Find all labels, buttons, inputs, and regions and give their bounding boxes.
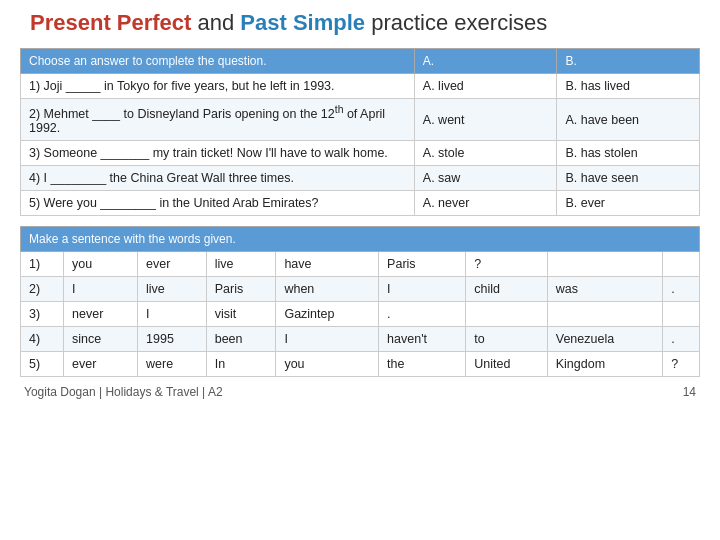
cell-w3: Paris — [206, 277, 276, 302]
cell-w5: haven't — [379, 327, 466, 352]
table-row: 5)everwereInyoutheUnitedKingdom? — [21, 352, 700, 377]
answer-a-cell: A. saw — [414, 166, 557, 191]
exercise-table-2: Make a sentence with the words given. 1)… — [20, 226, 700, 377]
answer-b-cell: B. has lived — [557, 74, 700, 99]
table2-header: Make a sentence with the words given. — [21, 227, 700, 252]
table1-header-b: B. — [557, 49, 700, 74]
page-footer: Yogita Dogan | Holidays & Travel | A2 14 — [20, 385, 700, 399]
table-row: 4)since1995beenIhaven'ttoVenezuela. — [21, 327, 700, 352]
cell-w8 — [663, 252, 700, 277]
cell-num: 1) — [21, 252, 64, 277]
cell-w7 — [547, 252, 663, 277]
answer-b-cell: B. has stolen — [557, 141, 700, 166]
answer-a-cell: A. never — [414, 191, 557, 216]
table-row: 1) Joji _____ in Tokyo for five years, b… — [21, 74, 700, 99]
cell-w4: have — [276, 252, 379, 277]
answer-a-cell: A. stole — [414, 141, 557, 166]
cell-w1: you — [64, 252, 138, 277]
question-cell: 2) Mehmet ____ to Disneyland Paris openi… — [21, 99, 415, 141]
title-connector: and — [191, 10, 240, 35]
title-past-simple: Past Simple — [240, 10, 365, 35]
cell-w5: I — [379, 277, 466, 302]
cell-w8 — [663, 302, 700, 327]
cell-w2: were — [138, 352, 207, 377]
cell-w7: Venezuela — [547, 327, 663, 352]
cell-w6: child — [466, 277, 547, 302]
footer-page: 14 — [683, 385, 696, 399]
table-row: 4) I ________ the China Great Wall three… — [21, 166, 700, 191]
table-row: 1)youeverlivehaveParis? — [21, 252, 700, 277]
cell-w4: Gazintep — [276, 302, 379, 327]
answer-b-cell: B. have seen — [557, 166, 700, 191]
cell-w3: visit — [206, 302, 276, 327]
question-cell: 4) I ________ the China Great Wall three… — [21, 166, 415, 191]
cell-w1: ever — [64, 352, 138, 377]
cell-w8: ? — [663, 352, 700, 377]
cell-w6: to — [466, 327, 547, 352]
page-title: Present Perfect and Past Simple practice… — [20, 10, 700, 36]
footer-credit: Yogita Dogan | Holidays & Travel | A2 — [24, 385, 223, 399]
cell-w7 — [547, 302, 663, 327]
cell-num: 3) — [21, 302, 64, 327]
cell-w3: been — [206, 327, 276, 352]
cell-w1: since — [64, 327, 138, 352]
table-row: 2)IlivePariswhenIchildwas. — [21, 277, 700, 302]
answer-b-cell: A. have been — [557, 99, 700, 141]
question-cell: 3) Someone _______ my train ticket! Now … — [21, 141, 415, 166]
table1-header-question: Choose an answer to complete the questio… — [21, 49, 415, 74]
table1-header-a: A. — [414, 49, 557, 74]
cell-w3: live — [206, 252, 276, 277]
cell-num: 5) — [21, 352, 64, 377]
answer-a-cell: A. went — [414, 99, 557, 141]
answer-a-cell: A. lived — [414, 74, 557, 99]
cell-w3: In — [206, 352, 276, 377]
cell-w6: ? — [466, 252, 547, 277]
cell-w4: you — [276, 352, 379, 377]
cell-w6: United — [466, 352, 547, 377]
cell-w4: when — [276, 277, 379, 302]
table-row: 5) Were you ________ in the United Arab … — [21, 191, 700, 216]
answer-b-cell: B. ever — [557, 191, 700, 216]
cell-w7: was — [547, 277, 663, 302]
cell-w5: Paris — [379, 252, 466, 277]
question-cell: 1) Joji _____ in Tokyo for five years, b… — [21, 74, 415, 99]
cell-w8: . — [663, 327, 700, 352]
cell-w1: I — [64, 277, 138, 302]
table-row: 3)neverIvisitGazintep. — [21, 302, 700, 327]
table-row: 2) Mehmet ____ to Disneyland Paris openi… — [21, 99, 700, 141]
question-cell: 5) Were you ________ in the United Arab … — [21, 191, 415, 216]
cell-num: 4) — [21, 327, 64, 352]
exercise-table-1: Choose an answer to complete the questio… — [20, 48, 700, 216]
title-rest: practice exercises — [365, 10, 547, 35]
cell-w5: . — [379, 302, 466, 327]
cell-w2: live — [138, 277, 207, 302]
cell-w5: the — [379, 352, 466, 377]
cell-w2: ever — [138, 252, 207, 277]
cell-w7: Kingdom — [547, 352, 663, 377]
cell-num: 2) — [21, 277, 64, 302]
cell-w4: I — [276, 327, 379, 352]
cell-w8: . — [663, 277, 700, 302]
title-present-perfect: Present Perfect — [30, 10, 191, 35]
cell-w1: never — [64, 302, 138, 327]
cell-w6 — [466, 302, 547, 327]
cell-w2: I — [138, 302, 207, 327]
table-row: 3) Someone _______ my train ticket! Now … — [21, 141, 700, 166]
cell-w2: 1995 — [138, 327, 207, 352]
